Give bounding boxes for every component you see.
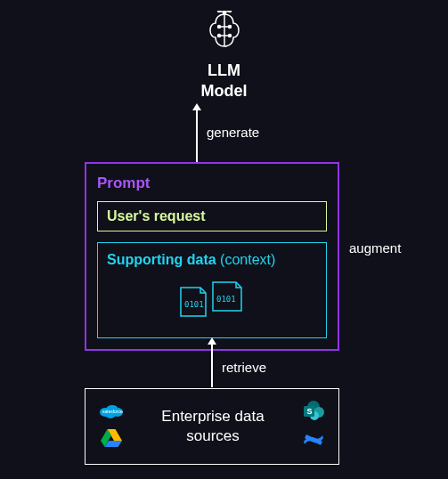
llm-title: LLM Model	[0, 61, 448, 102]
svg-text:S: S	[306, 407, 312, 416]
brain-circuit-icon	[203, 11, 246, 55]
augment-label: augment	[349, 240, 401, 256]
prompt-box: Prompt User's request Supporting data (c…	[85, 162, 339, 351]
binary-files-icon: 0101 0101	[175, 279, 248, 320]
svg-text:0101: 0101	[184, 300, 204, 309]
enterprise-data-sources-box: salesforce Enterprise data sources	[85, 388, 339, 465]
llm-title-line2: Model	[0, 81, 448, 101]
data-files-icons: 0101 0101	[107, 279, 317, 323]
generate-arrow	[196, 109, 198, 162]
rag-architecture-diagram: LLM Model generate Prompt User's request…	[0, 0, 448, 479]
enterprise-title: Enterprise data sources	[161, 407, 264, 446]
prompt-title: Prompt	[97, 175, 327, 192]
llm-model-section: LLM Model	[0, 11, 448, 102]
enterprise-title-line1: Enterprise data	[161, 407, 264, 426]
svg-text:salesforce: salesforce	[102, 409, 123, 414]
confluence-icon	[303, 430, 324, 453]
enterprise-icons-left: salesforce	[98, 402, 125, 451]
enterprise-icons-right: S	[301, 400, 326, 453]
google-drive-icon	[100, 428, 123, 451]
supporting-data-box: Supporting data (context) 0101 0101	[97, 242, 327, 338]
user-request-box: User's request	[97, 201, 327, 231]
sharepoint-icon: S	[301, 400, 326, 425]
svg-text:0101: 0101	[216, 295, 236, 304]
retrieve-arrow	[211, 343, 213, 387]
supporting-data-bold: Supporting data	[107, 252, 216, 267]
salesforce-icon: salesforce	[98, 402, 125, 423]
supporting-data-title: Supporting data (context)	[107, 252, 317, 268]
generate-label: generate	[207, 125, 259, 140]
supporting-data-thin: (context)	[220, 252, 275, 267]
retrieve-label: retrieve	[222, 360, 266, 375]
enterprise-title-line2: sources	[161, 426, 264, 446]
user-request-text: User's request	[107, 208, 317, 224]
llm-title-line1: LLM	[0, 61, 448, 81]
